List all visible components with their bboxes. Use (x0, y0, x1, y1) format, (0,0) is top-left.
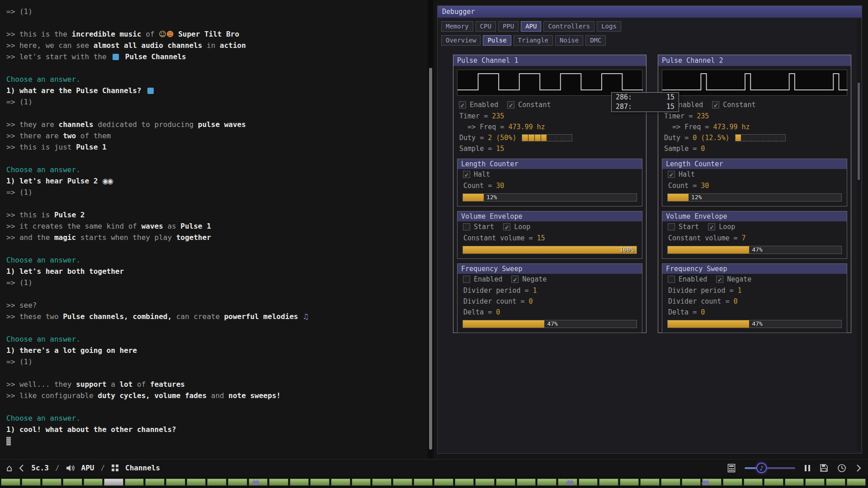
timeline-segment[interactable] (455, 479, 474, 486)
debugger-scrollbar-thumb[interactable] (858, 83, 860, 180)
timeline-segment[interactable] (228, 479, 247, 486)
timeline-segment[interactable] (187, 479, 206, 486)
blue-square-icon (147, 88, 154, 94)
checkbox-enabled[interactable] (668, 276, 675, 283)
timeline-segment[interactable] (207, 479, 226, 486)
timeline-segment[interactable] (372, 479, 392, 486)
checkbox-halt[interactable]: ✓ (463, 171, 470, 178)
timeline-segment[interactable] (414, 479, 433, 486)
timeline-segment[interactable] (145, 479, 165, 486)
timeline-segment[interactable] (517, 479, 536, 486)
terminal-text: 1) there's a lot going on here (6, 346, 137, 355)
timeline-segment[interactable] (764, 479, 783, 486)
timeline-segment[interactable] (393, 479, 412, 486)
terminal-text: Choose an answer. (6, 165, 80, 174)
timeline-segment[interactable] (22, 479, 41, 486)
timeline-segment[interactable] (434, 479, 453, 486)
timeline-segment[interactable] (331, 479, 350, 486)
tab-controllers[interactable]: Controllers (543, 21, 594, 32)
checkbox-start[interactable] (668, 223, 675, 230)
keypad-icon[interactable] (727, 464, 736, 473)
terminal-text: 1) what are the Pulse Channels? (6, 86, 146, 95)
invader-marker-icon[interactable] (252, 479, 260, 484)
terminal-cursor[interactable] (6, 437, 11, 446)
timeline-segment[interactable] (661, 479, 680, 486)
debugger-scrollbar[interactable] (857, 19, 861, 451)
save-button[interactable] (820, 464, 828, 472)
timeline-segment[interactable] (166, 479, 185, 486)
terminal-text: and (207, 391, 228, 400)
timeline-segment[interactable] (269, 479, 288, 486)
timeline-segment[interactable] (310, 479, 330, 486)
terminal-line: => (1) (6, 6, 425, 17)
timeline-segment[interactable] (537, 479, 557, 486)
checkbox-enabled[interactable]: ✓ (459, 101, 466, 108)
forward-chevron-icon[interactable] (855, 464, 862, 473)
checkbox-halt[interactable]: ✓ (668, 171, 675, 178)
timeline-segment[interactable] (84, 479, 103, 486)
subtab-dmc[interactable]: DMC (585, 35, 606, 46)
pause-button[interactable] (804, 464, 811, 472)
timeline-segment[interactable] (620, 479, 639, 486)
subtab-triangle[interactable]: Triangle (514, 35, 553, 46)
checkbox-constant[interactable]: ✓ (712, 101, 719, 108)
timeline-segment[interactable] (125, 479, 144, 486)
timeline-segment[interactable] (744, 479, 763, 486)
subtab-pulse[interactable]: Pulse (483, 35, 511, 46)
volume-envelope-section: Volume EnvelopeStart✓LoopConstant volume… (457, 211, 642, 259)
timeline-segment[interactable] (826, 479, 845, 486)
timeline-segment[interactable] (42, 479, 61, 486)
checkbox-negate[interactable]: ✓ (511, 276, 519, 283)
terminal-scrollbar[interactable] (428, 0, 434, 458)
timeline-segment[interactable] (104, 479, 123, 486)
history-clock-button[interactable] (837, 464, 846, 473)
tab-apu[interactable]: APU (521, 21, 541, 32)
terminal-line (6, 198, 425, 209)
timeline-segment[interactable] (847, 479, 866, 486)
music-slider[interactable]: ♪ (745, 463, 795, 474)
invader-marker-icon[interactable] (702, 479, 710, 484)
invader-marker-icon[interactable] (566, 479, 574, 484)
timeline-segment[interactable] (1, 479, 20, 486)
timeline-segment[interactable] (723, 479, 742, 486)
tab-logs[interactable]: Logs (597, 21, 621, 32)
checkbox-loop[interactable]: ✓ (708, 223, 715, 230)
timeline-segment[interactable] (475, 479, 495, 486)
checkbox-start[interactable] (463, 223, 470, 230)
tab-memory[interactable]: Memory (441, 21, 473, 32)
checkbox-loop[interactable]: ✓ (503, 223, 510, 230)
tab-cpu[interactable]: CPU (476, 21, 496, 32)
timeline-segment[interactable] (785, 479, 804, 486)
timeline-segment[interactable] (599, 479, 618, 486)
timeline-segment[interactable] (682, 479, 701, 486)
checkbox-negate[interactable]: ✓ (716, 276, 723, 283)
back-chevron-icon[interactable] (19, 464, 25, 473)
timeline-segment[interactable] (805, 479, 825, 486)
timeline-segment[interactable] (579, 479, 598, 486)
timeline-segment[interactable] (63, 479, 82, 486)
tab-ppu[interactable]: PPU (498, 21, 519, 32)
slider-knob[interactable]: ♪ (756, 463, 767, 473)
volume-envelope-section: Volume EnvelopeStart✓LoopConstant volume… (662, 211, 847, 259)
checkbox-constant[interactable]: ✓ (507, 101, 514, 108)
progress-bar: 47% (667, 246, 842, 254)
checkbox-enabled[interactable] (463, 276, 470, 283)
breadcrumb-section[interactable]: 5c.3 (31, 464, 49, 472)
home-icon[interactable]: ⌂ (6, 463, 12, 473)
breadcrumb-group[interactable]: APU (81, 464, 94, 472)
timeline-segment[interactable] (290, 479, 309, 486)
checkbox-item: ✓Negate (511, 275, 547, 283)
breadcrumb-page[interactable]: Channels (125, 464, 160, 472)
subtab-noise[interactable]: Noise (555, 35, 583, 46)
slider-track[interactable] (745, 467, 795, 469)
timeline-segment[interactable] (640, 479, 660, 486)
terminal-line (6, 243, 425, 254)
timeline-segment[interactable] (352, 479, 371, 486)
subtab-overview[interactable]: Overview (441, 35, 481, 46)
scrollbar-thumb[interactable] (429, 68, 432, 450)
timeline-segment[interactable] (496, 479, 515, 486)
stat-label: Delta = (463, 307, 496, 318)
timeline-bar[interactable] (0, 476, 868, 488)
stat-label: Divider count = (463, 296, 529, 307)
terminal-line: 1) there's a lot going on here (6, 345, 425, 356)
